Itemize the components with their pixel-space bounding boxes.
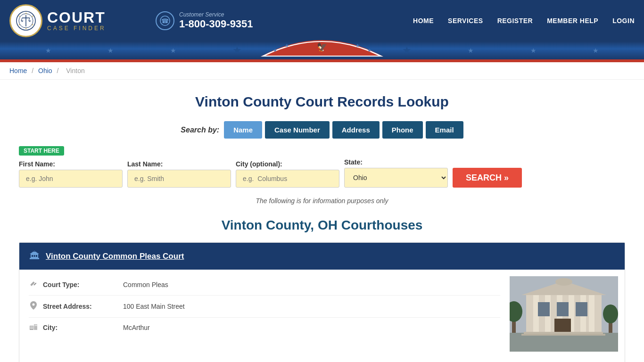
- customer-service: ☎ Customer Service 1-800-309-9351: [156, 11, 253, 30]
- courthouse-body: Court Type: Common Pleas Street Address:…: [19, 270, 625, 362]
- breadcrumb-home[interactable]: Home: [9, 67, 27, 74]
- nav-member-help[interactable]: MEMBER HELP: [547, 17, 598, 25]
- tab-email[interactable]: Email: [426, 121, 463, 139]
- logo-circle: ★ ★ ★ ★ ★ ★: [9, 4, 42, 37]
- svg-rect-50: [557, 302, 569, 316]
- city-icon: [29, 323, 38, 332]
- star-6: ★: [468, 47, 474, 54]
- tab-address[interactable]: Address: [332, 121, 380, 139]
- state-group: State: Ohio: [344, 158, 448, 188]
- background-stars: ★ ★ ★ ★ ★ ★ ★ ★: [0, 44, 644, 57]
- courthouse-card: Vinton County Common Pleas Court Court T…: [19, 242, 625, 362]
- courthouse-details: Court Type: Common Pleas Street Address:…: [19, 270, 510, 358]
- svg-line-4: [21, 18, 22, 21]
- nav-login[interactable]: LOGIN: [612, 17, 635, 25]
- tab-case-number[interactable]: Case Number: [265, 121, 330, 139]
- star-1: ★: [45, 47, 51, 54]
- main-content: Vinton County Court Records Lookup Searc…: [0, 80, 644, 362]
- search-button[interactable]: SEARCH »: [453, 168, 522, 188]
- location-pin-icon: [30, 301, 37, 310]
- state-select[interactable]: Ohio: [344, 168, 448, 188]
- tab-name[interactable]: Name: [224, 121, 262, 139]
- courthouse-header: Vinton County Common Pleas Court: [19, 243, 625, 270]
- svg-rect-33: [31, 327, 32, 328]
- first-name-input[interactable]: [19, 170, 123, 188]
- address-icon: [29, 301, 38, 312]
- nav-register[interactable]: REGISTER: [497, 17, 533, 25]
- breadcrumb-current: Vinton: [66, 67, 84, 74]
- breadcrumb: Home / Ohio / Vinton: [0, 62, 644, 80]
- svg-text:★: ★: [25, 27, 27, 30]
- svg-text:★: ★: [32, 23, 34, 26]
- logo-casefinder-text: CASE FINDER: [47, 25, 106, 32]
- detail-row-court-type: Court Type: Common Pleas: [29, 274, 500, 296]
- search-by-label: Search by:: [181, 126, 219, 134]
- logo-court-text: COURT: [47, 10, 106, 25]
- logo-text: COURT CASE FINDER: [47, 10, 106, 32]
- courthouse-name[interactable]: Vinton County Common Pleas Court: [46, 252, 184, 261]
- first-name-group: First Name:: [19, 160, 123, 188]
- logo-icon: ★ ★ ★ ★ ★ ★: [16, 10, 36, 31]
- svg-rect-25: [36, 255, 37, 257]
- last-name-group: Last Name:: [127, 160, 231, 188]
- svg-rect-34: [32, 327, 33, 328]
- page-title: Vinton County Court Records Lookup: [19, 94, 625, 110]
- phone-icon: ☎: [156, 11, 174, 30]
- cs-phone: 1-800-309-9351: [179, 18, 253, 30]
- star-2: ★: [107, 47, 114, 54]
- court-type-icon: [29, 280, 38, 289]
- search-form-row: First Name: Last Name: City (optional): …: [19, 158, 625, 188]
- city-input[interactable]: [236, 170, 339, 188]
- star-7: ★: [530, 47, 537, 54]
- courthouse-photo-placeholder: [510, 276, 618, 352]
- city-label: City (optional):: [236, 160, 339, 168]
- svg-text:★: ★: [25, 12, 27, 15]
- svg-text:☎: ☎: [161, 17, 169, 25]
- star-3: ★: [170, 47, 176, 54]
- search-form-area: START HERE First Name: Last Name: City (…: [19, 146, 625, 188]
- svg-point-30: [33, 304, 35, 306]
- svg-rect-52: [554, 319, 571, 333]
- city-value: McArthur: [123, 324, 150, 331]
- breadcrumb-ohio[interactable]: Ohio: [38, 67, 52, 74]
- svg-rect-27: [33, 251, 35, 252]
- courthouses-title: Vinton County, OH Courthouses: [19, 218, 625, 233]
- state-label: State:: [344, 158, 448, 166]
- courthouse-image: [510, 276, 618, 352]
- svg-rect-38: [36, 325, 37, 326]
- detail-row-city: City: McArthur: [29, 318, 500, 337]
- info-note: The following is for information purpose…: [19, 197, 625, 205]
- svg-rect-21: [30, 258, 39, 259]
- detail-row-address: Street Address: 100 East Main Street: [29, 296, 500, 318]
- courthouse-icon: [29, 249, 40, 263]
- svg-rect-36: [32, 328, 33, 329]
- logo-area: ★ ★ ★ ★ ★ ★ COURT CASE FINDER: [9, 4, 141, 37]
- start-here-badge: START HERE: [19, 146, 64, 156]
- court-type-label: Court Type:: [43, 281, 118, 288]
- svg-line-6: [29, 18, 30, 21]
- svg-rect-31: [30, 326, 33, 330]
- address-value: 100 East Main Street: [123, 303, 185, 310]
- city-group: City (optional):: [236, 160, 339, 188]
- search-by-row: Search by: Name Case Number Address Phon…: [19, 121, 625, 139]
- breadcrumb-sep-1: /: [32, 67, 35, 74]
- nav-home[interactable]: HOME: [413, 17, 434, 25]
- cs-label: Customer Service: [179, 11, 253, 18]
- cs-text-block: Customer Service 1-800-309-9351: [179, 11, 253, 30]
- svg-rect-28: [30, 281, 35, 286]
- last-name-label: Last Name:: [127, 160, 231, 168]
- stars-banner: 🦅 ★ ★ ★ ★ ★ ★ ★ ★ ★ ★ ★ ★: [0, 41, 644, 59]
- building-icon: [29, 323, 38, 330]
- svg-rect-54: [521, 334, 605, 336]
- star-5: ★: [402, 44, 412, 57]
- breadcrumb-sep-2: /: [57, 67, 61, 74]
- svg-rect-48: [589, 295, 594, 333]
- last-name-input[interactable]: [127, 170, 231, 188]
- svg-rect-23: [32, 255, 33, 257]
- nav-services[interactable]: SERVICES: [448, 17, 483, 25]
- tab-phone[interactable]: Phone: [382, 121, 423, 139]
- svg-rect-51: [576, 302, 587, 316]
- svg-rect-49: [538, 302, 550, 316]
- svg-point-59: [603, 304, 618, 323]
- address-label: Street Address:: [43, 303, 118, 310]
